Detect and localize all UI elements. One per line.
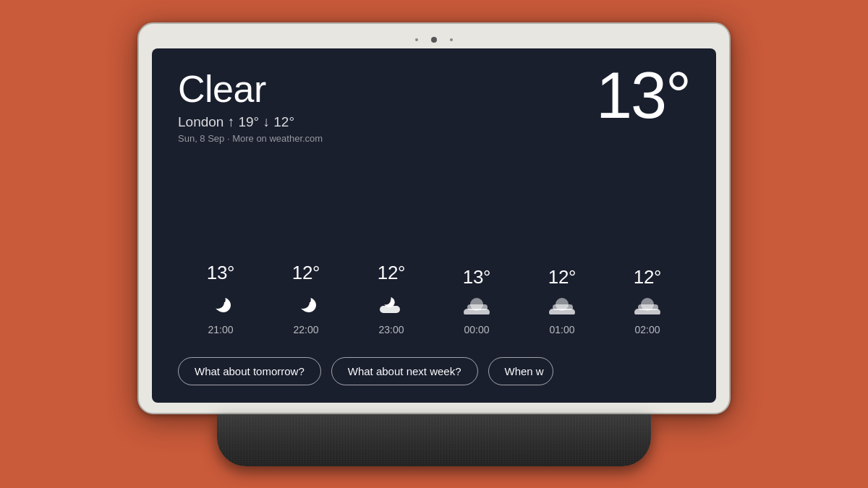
weather-icon-cloudy-2 [548,294,576,318]
hour-temp: 13° [463,266,490,288]
hour-temp: 12° [378,262,405,284]
hour-item: 13° 00:00 [434,266,519,335]
hourly-forecast: 13° 21:00 12° 22: [178,262,690,344]
google-nest-hub: Clear London ↑ 19° ↓ 12° Sun, 8 Sep · Mo… [137,22,731,466]
hour-temp: 13° [207,262,234,284]
hour-time: 22:00 [293,324,318,335]
svg-point-0 [470,298,483,311]
speaker-fabric [217,414,651,466]
speaker-base [217,414,651,466]
suggestions: What about tomorrow? What about next wee… [178,357,690,385]
hour-time: 02:00 [634,324,660,335]
svg-point-2 [641,298,654,311]
svg-point-1 [556,298,569,311]
hour-temp: 12° [548,266,576,288]
hour-item: 12° 01:00 [519,266,605,335]
device-top-bar [152,37,716,43]
device-frame: Clear London ↑ 19° ↓ 12° Sun, 8 Sep · Mo… [137,22,731,414]
weather-header: Clear London ↑ 19° ↓ 12° Sun, 8 Sep · Mo… [178,69,690,144]
weather-condition: Clear [178,69,323,110]
weather-icon-cloudy-3 [634,294,661,318]
hour-time: 00:00 [464,324,489,335]
hour-temp: 12° [634,266,661,288]
hour-item: 12° 23:00 [349,262,434,335]
sensor-left [415,38,418,41]
hour-item: 12° 22:00 [263,262,349,335]
hour-item: 13° 21:00 [178,262,263,335]
weather-icon-cloudy [463,294,490,318]
weather-icon-clear-night [208,290,233,318]
weather-left: Clear London ↑ 19° ↓ 12° Sun, 8 Sep · Mo… [178,69,323,144]
sensor-right [450,38,453,41]
suggestion-next-week[interactable]: What about next week? [331,357,478,385]
hour-time: 01:00 [549,324,574,335]
hour-item: 12° 02:00 [605,266,690,335]
suggestion-when[interactable]: When w [488,357,553,385]
weather-icon-clear-night-2 [294,290,318,318]
hour-time: 23:00 [378,324,404,335]
weather-location: London ↑ 19° ↓ 12° [178,114,323,130]
weather-date: Sun, 8 Sep · More on weather.com [178,133,323,144]
current-temperature: 13° [596,63,690,128]
weather-icon-partly-cloudy-night [378,290,405,318]
camera [431,37,437,43]
hour-temp: 12° [292,262,320,284]
hour-time: 21:00 [208,324,233,335]
device-screen[interactable]: Clear London ↑ 19° ↓ 12° Sun, 8 Sep · Mo… [152,48,716,403]
suggestion-tomorrow[interactable]: What about tomorrow? [178,357,321,385]
